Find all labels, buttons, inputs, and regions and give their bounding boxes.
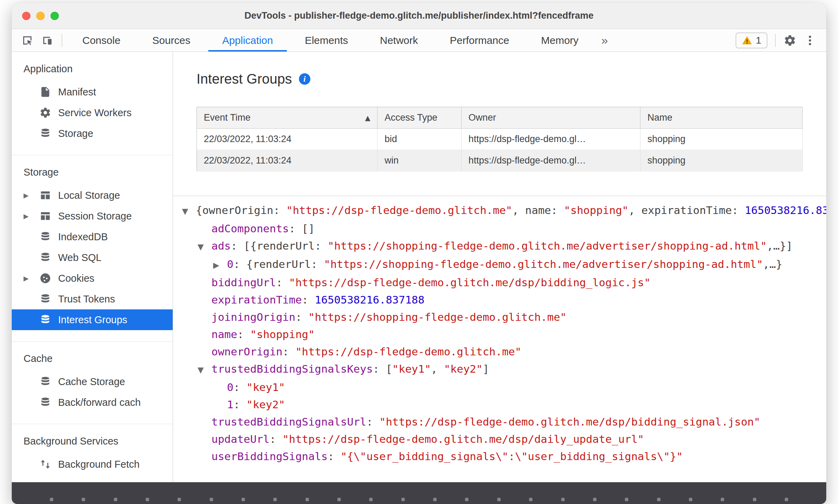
tree-segment: 1650538216.837188 [745, 204, 826, 216]
sidebar-item-label: Cache Storage [58, 376, 125, 388]
tree-segment: "key2" [444, 363, 483, 375]
sidebar-item-label: IndexedDB [58, 231, 108, 243]
dock-dot [433, 498, 437, 501]
sidebar-item-storage[interactable]: Storage [12, 123, 173, 144]
console-warning-badge[interactable]: 1 [736, 32, 767, 48]
tab-elements[interactable]: Elements [289, 29, 364, 52]
sidebar-item-cookies[interactable]: ▶Cookies [12, 268, 173, 289]
sidebar-item-cache-storage[interactable]: Cache Storage [12, 371, 173, 392]
info-icon[interactable]: i [299, 73, 310, 85]
cell-name: shopping [640, 129, 803, 150]
expand-arrow-icon[interactable]: ▶ [213, 256, 227, 274]
gear-icon [784, 34, 796, 47]
tree-line: userBiddingSignals: "{\"user_bidding_sig… [173, 448, 826, 465]
column-header-event-time[interactable]: Event Time▲ [197, 107, 377, 129]
dock-dot [625, 498, 628, 501]
sidebar-section-title: Application [24, 61, 173, 77]
tree-segment: : [270, 433, 282, 445]
tab-performance[interactable]: Performance [434, 29, 525, 52]
tree-segment: "key1" [392, 363, 431, 375]
sidebar-item-web-sql[interactable]: Web SQL [12, 247, 173, 268]
toolbar-separator [62, 34, 62, 47]
minimize-button[interactable] [36, 12, 45, 20]
column-header-name[interactable]: Name [640, 107, 803, 129]
tab-memory[interactable]: Memory [525, 29, 594, 52]
tree-segment: "key2" [246, 398, 285, 411]
tree-line: updateUrl: "https://dsp-fledge-demo.glit… [173, 430, 826, 448]
tree-segment: : [295, 311, 308, 323]
device-toolbar-button[interactable] [37, 29, 57, 52]
sidebar-item-label: Interest Groups [58, 314, 127, 326]
tree-segment: : [] [289, 222, 315, 235]
column-header-inner: Owner [468, 112, 633, 123]
dock-strip [12, 482, 826, 504]
sidebar-section-application: ApplicationManifestService WorkersStorag… [12, 52, 173, 155]
tab-sources[interactable]: Sources [136, 29, 206, 52]
collapse-arrow-icon[interactable]: ▼ [182, 203, 196, 220]
manifest-document-icon [39, 85, 52, 99]
sidebar-section-storage: Storage▶Local Storage▶Session StorageInd… [12, 155, 173, 342]
tree-line[interactable]: ▶0: {renderUrl: "https://shopping-fledge… [173, 255, 826, 274]
column-header-owner[interactable]: Owner [462, 107, 640, 129]
collapse-arrow-icon[interactable]: ▼ [198, 238, 211, 255]
page-title: Interest Groups [197, 71, 292, 87]
tree-line: biddingUrl: "https://dsp-fledge-demo.gli… [173, 274, 826, 291]
toolbar-right: 1 [736, 29, 826, 52]
sidebar-item-label: Back/forward cach [58, 397, 141, 408]
column-header-access-type[interactable]: Access Type [377, 107, 462, 129]
tree-line[interactable]: ▼ads: [{renderUrl: "https://shopping-fle… [173, 237, 826, 255]
zoom-button[interactable] [51, 12, 59, 20]
expand-arrow-icon[interactable]: ▶ [24, 274, 39, 282]
sidebar-item-label: Background Fetch [58, 459, 139, 470]
more-tabs-button[interactable]: » [594, 29, 615, 52]
tree-line: name: "shopping" [173, 326, 826, 343]
more-options-button[interactable] [800, 34, 820, 47]
tree-segment: 0 [227, 258, 234, 270]
interest-group-details-tree: ▼{ownerOrigin: "https://dsp-fledge-demo.… [173, 196, 826, 482]
service-workers-gear-icon [39, 106, 52, 119]
tree-line: trustedBiddingSignalsUrl: "https://dsp-f… [173, 413, 826, 430]
sidebar-section-background-services: Background ServicesBackground Fetch [12, 424, 173, 482]
sidebar-item-background-fetch[interactable]: Background Fetch [12, 454, 173, 475]
sidebar-item-interest-groups[interactable]: Interest Groups [12, 309, 173, 330]
dock-dot [465, 498, 468, 501]
sidebar-item-trust-tokens[interactable]: Trust Tokens [12, 289, 173, 309]
sidebar-item-indexeddb[interactable]: IndexedDB [12, 226, 173, 247]
tree-segment: joiningOrigin [211, 311, 295, 323]
sidebar-item-session-storage[interactable]: ▶Session Storage [12, 206, 173, 226]
tree-line[interactable]: ▼trustedBiddingSignalsKeys: ["key1", "ke… [173, 360, 826, 379]
tree-segment: : [237, 328, 250, 340]
titlebar[interactable]: DevTools - publisher-fledge-demo.glitch.… [12, 3, 826, 29]
settings-button[interactable] [780, 34, 800, 47]
tree-segment: "https://dsp-fledge-demo.glitch.me/dsp/d… [282, 433, 644, 445]
sidebar-item-back-forward-cach[interactable]: Back/forward cach [12, 392, 173, 413]
dock-dot [50, 498, 53, 501]
table-icon [39, 189, 52, 202]
sidebar-section-title: Cache [24, 351, 173, 366]
cookie-icon [39, 272, 52, 285]
tree-segment: expirationTime [211, 293, 302, 306]
database-icon [39, 127, 52, 140]
expand-arrow-icon[interactable]: ▶ [24, 192, 39, 199]
inspect-element-button[interactable] [17, 29, 37, 52]
sidebar-item-local-storage[interactable]: ▶Local Storage [12, 185, 173, 206]
expand-arrow-icon[interactable]: ▶ [24, 212, 39, 220]
tab-console[interactable]: Console [66, 29, 136, 52]
warning-count: 1 [756, 35, 761, 46]
tree-line[interactable]: ▼{ownerOrigin: "https://dsp-fledge-demo.… [173, 202, 826, 220]
table-row[interactable]: 22/03/2022, 11:03:24bidhttps://dsp-fledg… [197, 129, 803, 150]
tab-network[interactable]: Network [364, 29, 434, 52]
tree-segment: 1 [227, 398, 234, 411]
tree-segment: ads [211, 240, 231, 252]
tab-application[interactable]: Application [206, 29, 289, 52]
table-row[interactable]: 22/03/2022, 11:03:24winhttps://dsp-fledg… [197, 150, 803, 171]
tree-segment: "shopping" [564, 204, 629, 216]
sidebar-item-manifest[interactable]: Manifest [12, 82, 173, 102]
collapse-arrow-icon[interactable]: ▼ [198, 361, 211, 379]
warning-icon [742, 35, 752, 46]
sidebar-item-service-workers[interactable]: Service Workers [12, 102, 173, 123]
toolbar-separator [775, 34, 776, 47]
inspect-icon [21, 34, 34, 47]
tree-segment: "{\"user_bidding_signals\":\"user_biddin… [340, 450, 683, 463]
close-button[interactable] [22, 12, 30, 20]
